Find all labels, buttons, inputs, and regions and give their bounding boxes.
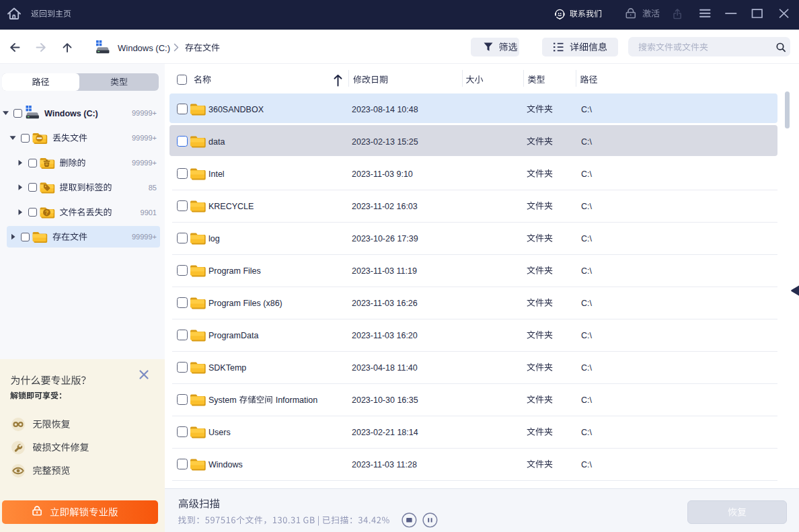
svg-text:Program Files (x86): Program Files (x86) [208, 299, 282, 308]
svg-text:2023-02-21 18:14: 2023-02-21 18:14 [352, 428, 418, 437]
svg-text:2023-02-13 15:25: 2023-02-13 15:25 [352, 137, 418, 147]
svg-text:?: ? [45, 209, 48, 216]
svg-text:C:\: C:\ [581, 299, 593, 308]
svg-text:2023-10-26 17:39: 2023-10-26 17:39 [352, 234, 418, 243]
svg-text:ProgramData: ProgramData [208, 331, 258, 340]
svg-text:log: log [208, 234, 220, 243]
svg-text:data: data [208, 137, 225, 147]
svg-text:99999+: 99999+ [132, 134, 157, 142]
svg-text:SDKTemp: SDKTemp [208, 363, 246, 373]
svg-text:Windows (C:): Windows (C:) [118, 43, 170, 53]
svg-text:2023-11-03 9:10: 2023-11-03 9:10 [352, 169, 413, 179]
svg-text:99999+: 99999+ [132, 159, 157, 167]
svg-text:2023-11-03 11:19: 2023-11-03 11:19 [352, 266, 417, 276]
svg-text:Users: Users [208, 428, 231, 437]
svg-text:C:\: C:\ [581, 460, 593, 469]
svg-text:Intel: Intel [208, 169, 225, 179]
svg-text:85: 85 [149, 184, 157, 192]
svg-text:99999+: 99999+ [132, 233, 157, 241]
svg-text:9901: 9901 [141, 208, 157, 217]
svg-text:C:\: C:\ [581, 395, 593, 405]
svg-text:C:\: C:\ [581, 105, 593, 114]
svg-text:2023-11-03 11:28: 2023-11-03 11:28 [352, 460, 417, 469]
svg-text:2023-11-03 16:20: 2023-11-03 16:20 [352, 331, 418, 340]
svg-text:KRECYCLE: KRECYCLE [208, 202, 254, 211]
svg-text:2023-11-02 16:03: 2023-11-02 16:03 [352, 202, 418, 211]
svg-text:360SANDBOX: 360SANDBOX [208, 105, 264, 114]
svg-text:C:\: C:\ [581, 169, 593, 179]
svg-text:C:\: C:\ [581, 331, 593, 340]
svg-text:2023-04-18 11:40: 2023-04-18 11:40 [352, 363, 418, 373]
svg-text:Information: Information [276, 395, 318, 405]
svg-text:C:\: C:\ [581, 266, 593, 276]
svg-text:2023-08-14 10:48: 2023-08-14 10:48 [352, 105, 418, 114]
svg-text:C:\: C:\ [581, 202, 593, 211]
svg-text:Windows (C:): Windows (C:) [44, 109, 98, 118]
svg-text:99999+: 99999+ [132, 109, 157, 117]
svg-text:Windows: Windows [208, 460, 243, 469]
svg-text:2023-11-03 16:26: 2023-11-03 16:26 [352, 299, 418, 308]
svg-text:C:\: C:\ [581, 363, 593, 373]
svg-text:C:\: C:\ [581, 428, 593, 437]
svg-text:C:\: C:\ [581, 137, 593, 147]
svg-text:2023-10-30 16:35: 2023-10-30 16:35 [352, 395, 418, 405]
svg-text:Program Files: Program Files [208, 266, 261, 276]
svg-text:C:\: C:\ [581, 234, 593, 243]
svg-text:System: System [208, 395, 237, 405]
